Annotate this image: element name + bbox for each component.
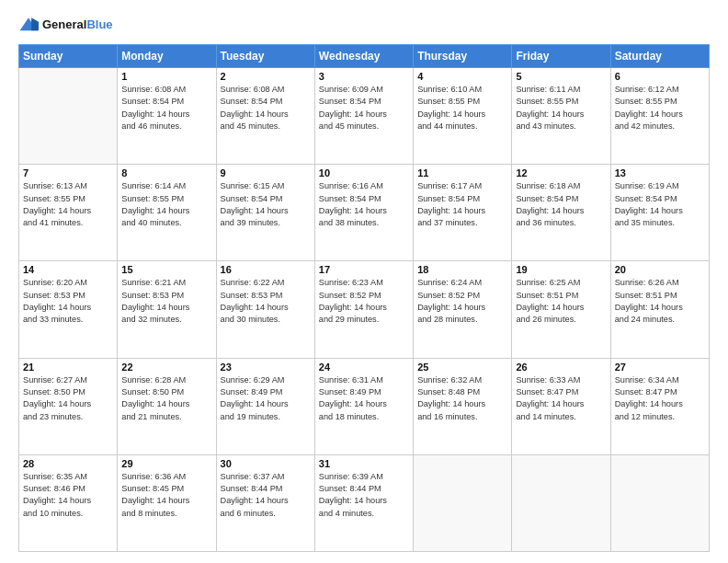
sunrise-text: Sunrise: 6:33 AM	[516, 375, 580, 385]
weekday-header-tuesday: Tuesday	[216, 45, 314, 68]
page: GeneralBlue SundayMondayTuesdayWednesday…	[0, 0, 728, 563]
sunset-text: Sunset: 8:50 PM	[23, 387, 85, 396]
daylight-line1: Daylight: 14 hours	[417, 399, 485, 408]
day-number: 18	[417, 264, 507, 275]
week-row-5: 28Sunrise: 6:35 AMSunset: 8:46 PMDayligh…	[19, 454, 710, 551]
day-number: 5	[516, 71, 606, 82]
sunset-text: Sunset: 8:49 PM	[319, 387, 381, 396]
daylight-line1: Daylight: 14 hours	[23, 496, 91, 505]
sunrise-text: Sunrise: 6:32 AM	[417, 375, 482, 385]
day-number: 9	[221, 167, 311, 178]
sunrise-text: Sunrise: 6:15 AM	[221, 181, 285, 190]
day-info: Sunrise: 6:22 AMSunset: 8:53 PMDaylight:…	[221, 277, 311, 326]
day-info: Sunrise: 6:17 AMSunset: 8:54 PMDaylight:…	[417, 180, 507, 229]
sunrise-text: Sunrise: 6:13 AM	[23, 181, 87, 190]
daylight-line1: Daylight: 14 hours	[221, 399, 289, 408]
week-row-3: 14Sunrise: 6:20 AMSunset: 8:53 PMDayligh…	[19, 261, 710, 358]
day-cell-8: 8Sunrise: 6:14 AMSunset: 8:55 PMDaylight…	[118, 165, 216, 261]
daylight-line1: Daylight: 14 hours	[417, 109, 485, 119]
week-row-2: 7Sunrise: 6:13 AMSunset: 8:55 PMDaylight…	[19, 165, 710, 261]
day-number: 13	[615, 167, 705, 178]
day-info: Sunrise: 6:12 AMSunset: 8:55 PMDaylight:…	[615, 84, 705, 132]
daylight-line2: and 39 minutes.	[221, 218, 280, 227]
day-number: 27	[615, 362, 705, 373]
daylight-line2: and 45 minutes.	[221, 121, 280, 131]
weekday-header-thursday: Thursday	[414, 45, 512, 68]
daylight-line1: Daylight: 14 hours	[121, 109, 189, 119]
sunset-text: Sunset: 8:54 PM	[516, 194, 578, 203]
sunrise-text: Sunrise: 6:19 AM	[615, 181, 679, 190]
sunrise-text: Sunrise: 6:08 AM	[221, 85, 285, 94]
day-info: Sunrise: 6:18 AMSunset: 8:54 PMDaylight:…	[516, 180, 606, 229]
day-info: Sunrise: 6:15 AMSunset: 8:54 PMDaylight:…	[221, 180, 311, 229]
daylight-line1: Daylight: 14 hours	[417, 206, 485, 215]
week-row-1: 1Sunrise: 6:08 AMSunset: 8:54 PMDaylight…	[19, 68, 710, 165]
daylight-line1: Daylight: 14 hours	[121, 399, 189, 408]
day-number: 30	[221, 458, 311, 469]
day-info: Sunrise: 6:33 AMSunset: 8:47 PMDaylight:…	[516, 374, 606, 423]
sunrise-text: Sunrise: 6:36 AM	[121, 472, 186, 481]
sunset-text: Sunset: 8:47 PM	[615, 387, 677, 396]
daylight-line1: Daylight: 14 hours	[221, 303, 289, 312]
daylight-line1: Daylight: 14 hours	[221, 109, 289, 119]
sunset-text: Sunset: 8:54 PM	[417, 194, 480, 203]
daylight-line2: and 28 minutes.	[417, 315, 477, 324]
daylight-line1: Daylight: 14 hours	[319, 399, 387, 408]
sunset-text: Sunset: 8:48 PM	[417, 387, 480, 396]
weekday-header-wednesday: Wednesday	[314, 45, 413, 68]
day-cell-25: 25Sunrise: 6:32 AMSunset: 8:48 PMDayligh…	[414, 358, 512, 454]
sunset-text: Sunset: 8:51 PM	[615, 291, 677, 300]
day-info: Sunrise: 6:16 AMSunset: 8:54 PMDaylight:…	[319, 180, 409, 229]
daylight-line2: and 38 minutes.	[319, 218, 379, 227]
day-number: 6	[615, 71, 705, 82]
daylight-line1: Daylight: 14 hours	[23, 206, 91, 215]
daylight-line2: and 43 minutes.	[516, 121, 575, 131]
day-cell-27: 27Sunrise: 6:34 AMSunset: 8:47 PMDayligh…	[610, 358, 709, 454]
sunrise-text: Sunrise: 6:37 AM	[221, 472, 285, 481]
day-number: 19	[516, 264, 606, 275]
daylight-line1: Daylight: 14 hours	[319, 496, 387, 505]
logo-icon	[18, 15, 39, 35]
empty-cell	[19, 68, 118, 165]
day-info: Sunrise: 6:14 AMSunset: 8:55 PMDaylight:…	[121, 180, 211, 229]
day-cell-26: 26Sunrise: 6:33 AMSunset: 8:47 PMDayligh…	[512, 358, 610, 454]
daylight-line2: and 36 minutes.	[516, 218, 575, 227]
daylight-line1: Daylight: 14 hours	[221, 206, 289, 215]
daylight-line2: and 32 minutes.	[121, 315, 181, 324]
day-info: Sunrise: 6:08 AMSunset: 8:54 PMDaylight:…	[121, 84, 211, 132]
day-cell-30: 30Sunrise: 6:37 AMSunset: 8:44 PMDayligh…	[216, 454, 314, 551]
day-info: Sunrise: 6:28 AMSunset: 8:50 PMDaylight:…	[121, 374, 211, 423]
sunrise-text: Sunrise: 6:27 AM	[23, 375, 87, 385]
daylight-line2: and 8 minutes.	[121, 509, 176, 518]
day-cell-22: 22Sunrise: 6:28 AMSunset: 8:50 PMDayligh…	[118, 358, 216, 454]
sunrise-text: Sunrise: 6:22 AM	[221, 278, 285, 287]
day-info: Sunrise: 6:19 AMSunset: 8:54 PMDaylight:…	[615, 180, 705, 229]
day-number: 26	[516, 362, 606, 373]
daylight-line1: Daylight: 14 hours	[516, 109, 584, 119]
daylight-line1: Daylight: 14 hours	[615, 109, 683, 119]
daylight-line2: and 16 minutes.	[417, 412, 477, 421]
day-cell-24: 24Sunrise: 6:31 AMSunset: 8:49 PMDayligh…	[314, 358, 413, 454]
daylight-line1: Daylight: 14 hours	[319, 303, 387, 312]
empty-cell	[512, 454, 610, 551]
daylight-line2: and 23 minutes.	[23, 412, 83, 421]
daylight-line2: and 29 minutes.	[319, 315, 379, 324]
daylight-line1: Daylight: 14 hours	[516, 206, 584, 215]
sunset-text: Sunset: 8:53 PM	[23, 291, 85, 300]
day-cell-13: 13Sunrise: 6:19 AMSunset: 8:54 PMDayligh…	[610, 165, 709, 261]
sunset-text: Sunset: 8:55 PM	[615, 97, 677, 106]
day-number: 20	[615, 264, 705, 275]
day-info: Sunrise: 6:21 AMSunset: 8:53 PMDaylight:…	[121, 277, 211, 326]
day-info: Sunrise: 6:29 AMSunset: 8:49 PMDaylight:…	[221, 374, 311, 423]
day-number: 25	[417, 362, 507, 373]
day-number: 10	[319, 167, 409, 178]
sunrise-text: Sunrise: 6:34 AM	[615, 375, 679, 385]
daylight-line2: and 26 minutes.	[516, 315, 575, 324]
daylight-line2: and 35 minutes.	[615, 218, 675, 227]
day-number: 17	[319, 264, 409, 275]
calendar-table: SundayMondayTuesdayWednesdayThursdayFrid…	[18, 44, 710, 552]
sunset-text: Sunset: 8:45 PM	[121, 484, 184, 493]
day-info: Sunrise: 6:36 AMSunset: 8:45 PMDaylight:…	[121, 471, 211, 520]
day-cell-9: 9Sunrise: 6:15 AMSunset: 8:54 PMDaylight…	[216, 165, 314, 261]
day-info: Sunrise: 6:35 AMSunset: 8:46 PMDaylight:…	[23, 471, 113, 520]
